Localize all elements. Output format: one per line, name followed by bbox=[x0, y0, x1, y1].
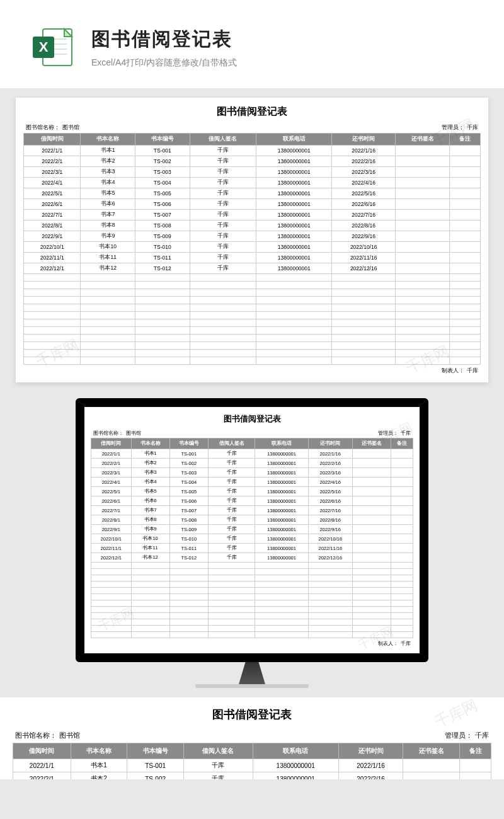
column-header: 借阅时间 bbox=[91, 438, 132, 449]
table-row bbox=[91, 607, 413, 613]
page-header: X 图书借阅登记表 Excel/A4打印/内容随意修改/自带格式 bbox=[0, 0, 504, 88]
sheet-preview-card: 图书借阅登记表 图书馆名称：图书馆 管理员：千库 借阅时间书本名称书本编号借阅人… bbox=[16, 98, 488, 382]
table-row: 2022/8/1书本8TS-008千库138000000012022/8/16 bbox=[91, 515, 413, 525]
table-row: 2022/5/1书本5TS-005千库138000000012022/5/16 bbox=[24, 188, 481, 199]
column-header: 借阅时间 bbox=[13, 743, 71, 759]
table-row: 2022/4/1书本4TS-004千库138000000012022/4/16 bbox=[91, 478, 413, 487]
table-row bbox=[24, 304, 481, 312]
table-row bbox=[91, 594, 413, 600]
table-row: 2022/1/1书本1TS-001千库138000000012022/1/16 bbox=[24, 146, 481, 156]
column-header: 借阅人签名 bbox=[190, 134, 256, 146]
library-name: 图书馆 bbox=[62, 123, 79, 132]
bottom-crop-preview: 图书借阅登记表 图书馆名称：图书馆 管理员：千库 借阅时间书本名称书本编号借阅人… bbox=[0, 697, 504, 779]
borrow-table: 借阅时间书本名称书本编号借阅人签名联系电话还书时间还书签名备注 2022/1/1… bbox=[13, 743, 491, 779]
table-row: 2022/6/1书本6TS-006千库138000000012022/6/16 bbox=[24, 199, 481, 210]
table-row: 2022/3/1书本3TS-003千库138000000012022/3/16 bbox=[91, 468, 413, 478]
column-header: 联系电话 bbox=[253, 743, 338, 759]
column-header: 还书时间 bbox=[308, 438, 352, 449]
column-header: 书本名称 bbox=[81, 134, 135, 146]
column-header: 联系电话 bbox=[256, 134, 332, 146]
table-row: 2022/10/1书本10TS-010千库138000000012022/10/… bbox=[91, 534, 413, 544]
table-row: 2022/7/1书本7TS-007千库138000000012022/7/16 bbox=[24, 210, 481, 220]
column-header: 借阅人签名 bbox=[184, 743, 253, 759]
table-row bbox=[24, 289, 481, 297]
table-row: 2022/10/1书本10TS-010千库138000000012022/10/… bbox=[24, 242, 481, 253]
table-row: 2022/3/1书本3TS-003千库138000000012022/3/16 bbox=[24, 167, 481, 178]
table-row bbox=[91, 588, 413, 594]
table-row: 2022/11/1书本11TS-011千库138000000012022/11/… bbox=[24, 253, 481, 263]
column-header: 书本编号 bbox=[169, 438, 208, 449]
table-row: 2022/9/1书本9TS-009千库138000000012022/9/16 bbox=[24, 231, 481, 242]
table-row bbox=[24, 312, 481, 319]
table-row bbox=[91, 581, 413, 588]
table-header-row: 借阅时间书本名称书本编号借阅人签名联系电话还书时间还书签名备注 bbox=[24, 134, 481, 146]
column-header: 借阅时间 bbox=[24, 134, 81, 146]
column-header: 还书签名 bbox=[403, 743, 460, 759]
table-row bbox=[24, 274, 481, 282]
table-row: 2022/2/1书本2TS-002千库138000000012022/2/16 bbox=[91, 459, 413, 468]
table-row bbox=[24, 350, 481, 357]
table-row bbox=[91, 632, 413, 638]
column-header: 联系电话 bbox=[255, 438, 308, 449]
table-row bbox=[24, 357, 481, 365]
column-header: 还书签名 bbox=[352, 438, 391, 449]
borrow-table: 借阅时间书本名称书本编号借阅人签名联系电话还书时间还书签名备注 2022/1/1… bbox=[23, 133, 481, 365]
table-row bbox=[24, 327, 481, 335]
table-row bbox=[24, 335, 481, 342]
column-header: 备注 bbox=[460, 743, 491, 759]
borrow-table: 借阅时间书本名称书本编号借阅人签名联系电话还书时间还书签名备注 2022/1/1… bbox=[91, 438, 413, 638]
sheet-title: 图书借阅登记表 bbox=[23, 105, 481, 118]
column-header: 书本名称 bbox=[131, 438, 169, 449]
svg-text:X: X bbox=[39, 39, 49, 55]
manager-name: 千库 bbox=[467, 123, 478, 132]
template-subtitle: Excel/A4打印/内容随意修改/自带格式 bbox=[91, 57, 237, 69]
manager-label: 管理员： bbox=[442, 123, 464, 132]
column-header: 还书签名 bbox=[395, 134, 450, 146]
monitor-mockup: 图书借阅登记表 图书馆名称：图书馆 管理员：千库 借阅时间书本名称书本编号借阅人… bbox=[0, 398, 504, 688]
table-row: 2022/11/1书本11TS-011千库138000000012022/11/… bbox=[91, 544, 413, 553]
column-header: 书本名称 bbox=[71, 743, 127, 759]
column-header: 备注 bbox=[450, 134, 481, 146]
table-row: 2022/6/1书本6TS-006千库138000000012022/6/16 bbox=[91, 496, 413, 506]
table-row: 2022/1/1书本1TS-001千库138000000012022/1/16 bbox=[13, 759, 491, 772]
table-row: 2022/12/1书本12TS-012千库138000000012022/12/… bbox=[91, 553, 413, 563]
table-row: 2022/2/1书本2TS-002千库138000000012022/2/16 bbox=[13, 772, 491, 780]
excel-icon: X bbox=[32, 25, 76, 69]
table-row bbox=[91, 626, 413, 632]
table-row bbox=[91, 619, 413, 626]
column-header: 备注 bbox=[391, 438, 413, 449]
table-row: 2022/12/1书本12TS-012千库138000000012022/12/… bbox=[24, 263, 481, 274]
column-header: 借阅人签名 bbox=[208, 438, 255, 449]
sheet-title: 图书借阅登记表 bbox=[91, 413, 413, 425]
table-row: 2022/8/1书本8TS-008千库138000000012022/8/16 bbox=[24, 220, 481, 231]
table-row bbox=[91, 569, 413, 575]
footer-name: 千库 bbox=[467, 367, 478, 375]
table-row bbox=[24, 319, 481, 327]
table-row bbox=[91, 575, 413, 581]
table-row: 2022/7/1书本7TS-007千库138000000012022/7/16 bbox=[91, 506, 413, 515]
table-row: 2022/9/1书本9TS-009千库138000000012022/9/16 bbox=[91, 525, 413, 534]
table-row bbox=[24, 297, 481, 304]
table-row bbox=[91, 600, 413, 607]
table-row: 2022/4/1书本4TS-004千库138000000012022/4/16 bbox=[24, 178, 481, 188]
column-header: 还书时间 bbox=[338, 743, 403, 759]
sheet-title: 图书借阅登记表 bbox=[13, 707, 491, 722]
table-row bbox=[24, 282, 481, 289]
table-row bbox=[91, 613, 413, 619]
column-header: 书本编号 bbox=[127, 743, 184, 759]
table-row: 2022/1/1书本1TS-001千库138000000012022/1/16 bbox=[91, 449, 413, 459]
table-row bbox=[91, 563, 413, 569]
footer-label: 制表人： bbox=[442, 367, 464, 375]
library-label: 图书馆名称： bbox=[26, 123, 60, 132]
table-row: 2022/2/1书本2TS-002千库138000000012022/2/16 bbox=[24, 156, 481, 167]
column-header: 书本编号 bbox=[135, 134, 190, 146]
table-row: 2022/5/1书本5TS-005千库138000000012022/5/16 bbox=[91, 487, 413, 496]
table-row bbox=[24, 342, 481, 350]
column-header: 还书时间 bbox=[332, 134, 395, 146]
template-title: 图书借阅登记表 bbox=[91, 26, 237, 52]
